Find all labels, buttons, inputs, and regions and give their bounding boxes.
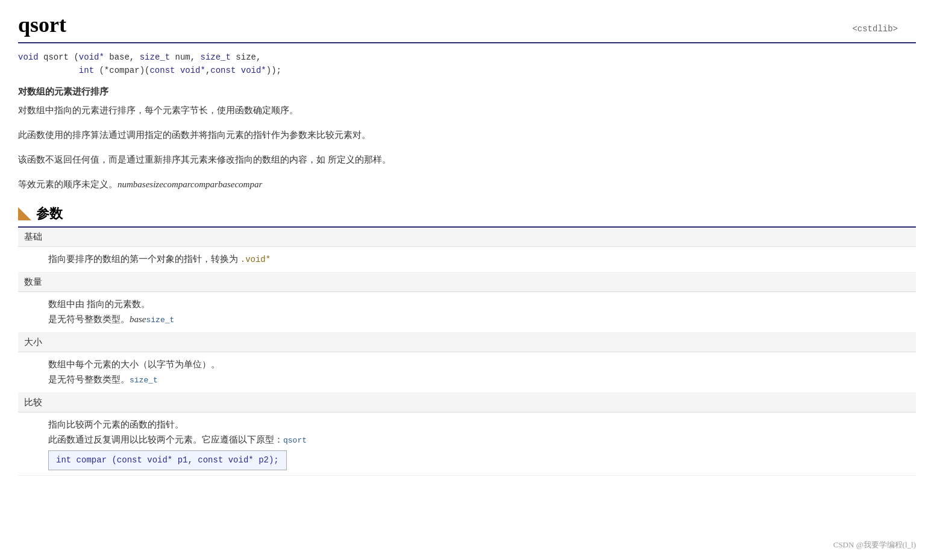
compare-code-box: int compar (const void* p1, const void* … — [48, 450, 287, 471]
page-title: qsort — [18, 12, 916, 37]
code-void: void — [18, 52, 39, 62]
top-divider — [18, 42, 916, 43]
params-table: 基础 指向要排序的数组的第一个对象的指针，转换为 .void* 数量 数组中由 … — [18, 228, 916, 476]
library-link: <cstdlib> — [852, 24, 898, 34]
param-qsort-ref: qsort — [283, 436, 307, 445]
params-section-header: 参数 — [18, 205, 916, 228]
param-name-base: 基础 — [18, 228, 916, 247]
code-const-p1: const — [117, 455, 142, 465]
desc-para-4: 等效元素的顺序未定义。numbasesizecomparcomparbaseco… — [18, 176, 916, 193]
footer-watermark: CSDN @我要学编程(l_l) — [833, 540, 916, 550]
code-const1: const — [149, 66, 175, 75]
svg-marker-0 — [18, 207, 31, 220]
code-void2: void* — [180, 66, 205, 75]
params-icon — [18, 207, 31, 220]
desc-para-3: 该函数不返回任何值，而是通过重新排序其元素来修改指向的数组的内容，如 所定义的那… — [18, 152, 916, 168]
code-const2: const — [210, 66, 236, 75]
param-row-base: 基础 — [18, 228, 916, 247]
code-func-name: qsort — [43, 52, 69, 62]
desc-italic: numbasesizecomparcomparbasecompar — [118, 179, 262, 189]
code-int-kw: int — [79, 66, 94, 75]
param-name-size: 大小 — [18, 332, 916, 352]
code-voidstar: void* — [79, 52, 104, 62]
param-name-compare: 比较 — [18, 393, 916, 412]
param-base-italic: base — [130, 314, 146, 324]
param-desc-base: 指向要排序的数组的第一个对象的指针，转换为 .void* — [18, 246, 916, 272]
desc-para-2: 此函数使用的排序算法通过调用指定的函数并将指向元素的指针作为参数来比较元素对。 — [18, 127, 916, 143]
code-const-p2: const — [198, 455, 223, 465]
bold-section-title: 对数组的元素进行排序 — [18, 86, 916, 98]
param-desc-text-compare: 指向比较两个元素的函数的指针。 此函数通过反复调用以比较两个元素。它应遵循以下原… — [18, 412, 916, 476]
params-section-title: 参数 — [36, 205, 63, 223]
param-size_t-1: size_t — [146, 316, 175, 325]
code-void-p1: void* — [147, 455, 172, 465]
param-row-size: 大小 — [18, 332, 916, 352]
param-desc-text-size: 数组中每个元素的大小（以字节为单位）。 是无符号整数类型。size_t — [18, 352, 916, 393]
param-row-num: 数量 — [18, 272, 916, 291]
param-row-compare: 比较 — [18, 393, 916, 412]
param-desc-compare: 指向比较两个元素的函数的指针。 此函数通过反复调用以比较两个元素。它应遵循以下原… — [18, 412, 916, 476]
code-signature: void qsort (void* base, size_t num, size… — [18, 51, 916, 78]
code-void3: void* — [241, 66, 266, 75]
desc-para-1: 对数组中指向的元素进行排序，每个元素字节长，使用函数确定顺序。 — [18, 102, 916, 119]
code-void-p2: void* — [228, 455, 254, 465]
param-desc-num: 数组中由 指向的元素数。 是无符号整数类型。basesize_t — [18, 291, 916, 332]
param-desc-size: 数组中每个元素的大小（以字节为单位）。 是无符号整数类型。size_t — [18, 352, 916, 393]
param-desc-text-num: 数组中由 指向的元素数。 是无符号整数类型。basesize_t — [18, 291, 916, 332]
param-name-num: 数量 — [18, 272, 916, 291]
param-size_t-2: size_t — [130, 376, 158, 385]
inline-code-voidstar: .void* — [240, 255, 271, 264]
code-int-compare: int — [56, 455, 71, 465]
code-size_t-2: size_t — [201, 52, 231, 62]
code-size_t-1: size_t — [140, 52, 170, 62]
param-desc-text-base: 指向要排序的数组的第一个对象的指针，转换为 .void* — [18, 246, 916, 272]
